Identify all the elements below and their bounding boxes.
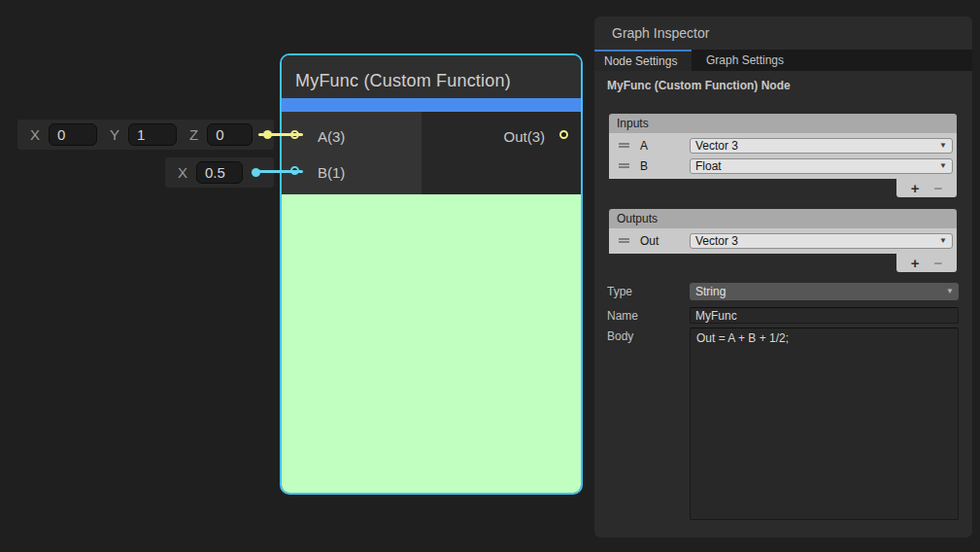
port-out-icon[interactable] [559,130,568,139]
type-dropdown[interactable]: String ▼ [690,283,959,300]
type-label: Type [607,285,632,298]
type-field-row: Type String ▼ [607,283,959,300]
custom-function-node[interactable]: MyFunc (Custom Function) A(3) B(1) Out(3… [280,53,583,495]
z-value-input[interactable] [207,123,253,146]
outputs-list-rows: Out Vector 3 ▼ [609,228,957,254]
inputs-list: Inputs A Vector 3 ▼ B Float ▼ [609,114,957,197]
name-input[interactable] [690,307,959,324]
z-field-label: Z [189,126,198,143]
node-preview [282,194,581,493]
y-value-input[interactable] [128,123,177,146]
x-field-label: X [178,164,187,181]
outputs-list-footer: + − [896,254,957,272]
tab-node-settings[interactable]: Node Settings [594,50,692,71]
edge-float-to-b[interactable] [258,170,303,173]
inspector-title: Graph Inspector [594,17,972,50]
node-settings-heading: MyFunc (Custom Function) Node [607,79,791,92]
node-title: MyFunc (Custom Function) [282,55,581,98]
body-textarea[interactable]: Out = A + B + 1/2; [690,328,959,520]
remove-input-button[interactable]: − [933,181,942,195]
dropdown-arrow-icon: ▼ [946,288,954,295]
inputs-list-rows: A Vector 3 ▼ B Float ▼ [609,133,957,179]
input-a-type-value: Vector 3 [695,139,738,153]
port-a-label: A(3) [318,127,345,147]
input-b-name: B [640,159,648,173]
add-input-button[interactable]: + [911,181,920,195]
body-label: Body [607,329,633,343]
node-port-area: A(3) B(1) Out(3) [282,112,581,194]
list-item[interactable]: Out Vector 3 ▼ [609,230,957,251]
drag-handle-icon[interactable] [619,143,629,148]
port-out-label: Out(3) [503,127,545,147]
shader-graph-canvas: X Y Z X MyFunc (Custom Function) A(3) B(… [0,0,980,552]
vector3-port-input-widget: X Y Z [17,120,274,150]
list-item[interactable]: B Float ▼ [609,155,957,176]
port-b-label: B(1) [318,163,345,183]
drag-handle-icon[interactable] [619,163,629,168]
dropdown-arrow-icon: ▼ [939,237,947,245]
x-value-input[interactable] [49,123,97,146]
name-label: Name [607,309,638,323]
add-output-button[interactable]: + [911,256,920,270]
output-out-type-value: Vector 3 [695,234,738,248]
dropdown-arrow-icon: ▼ [939,162,947,170]
inputs-list-header: Inputs [609,114,957,133]
graph-inspector-panel: Graph Inspector Node Settings Graph Sett… [594,17,972,537]
name-field-row: Name [607,307,959,324]
drag-handle-icon[interactable] [619,238,629,243]
node-color-bar [282,98,581,112]
inputs-list-footer: + − [896,179,957,197]
outputs-list-header: Outputs [609,209,957,228]
float-value-input[interactable] [196,161,243,184]
input-b-type-dropdown[interactable]: Float ▼ [690,158,953,174]
input-b-type-value: Float [695,159,722,173]
dropdown-arrow-icon: ▼ [939,142,947,150]
type-value: String [695,285,726,298]
tab-graph-settings[interactable]: Graph Settings [692,50,798,71]
edge-vector3-to-a[interactable] [258,133,303,136]
body-field-row: Body Out = A + B + 1/2; [607,328,959,522]
outputs-list: Outputs Out Vector 3 ▼ + − [609,209,957,272]
output-out-name: Out [640,234,659,248]
y-field-label: Y [110,126,119,143]
remove-output-button[interactable]: − [933,256,942,270]
input-a-type-dropdown[interactable]: Vector 3 ▼ [690,138,953,154]
output-out-type-dropdown[interactable]: Vector 3 ▼ [690,233,953,249]
x-field-label: X [30,126,40,143]
input-ports-background [282,112,422,194]
input-a-name: A [640,139,648,153]
float-port-input-widget: X [165,157,274,188]
list-item[interactable]: A Vector 3 ▼ [609,135,957,155]
inspector-tab-bar: Node Settings Graph Settings [594,50,972,71]
